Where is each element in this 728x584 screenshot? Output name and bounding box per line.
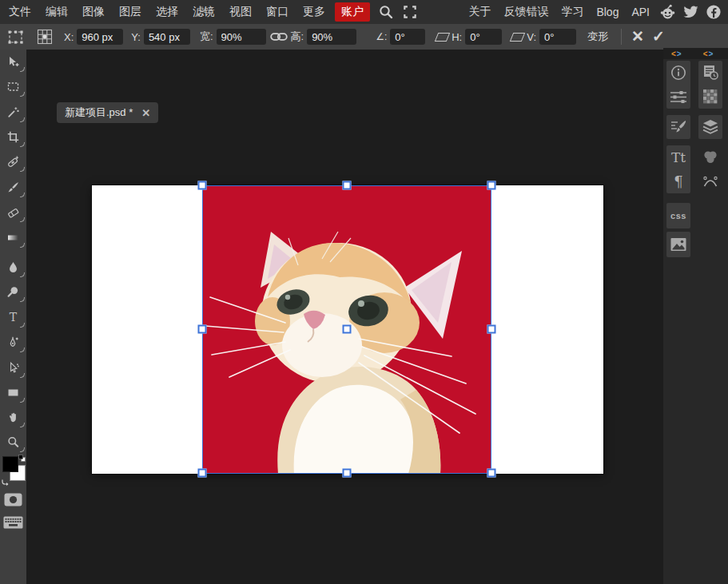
subtool-mark	[20, 272, 25, 277]
transform-handle-bottom-left[interactable]	[198, 469, 207, 478]
swap-colors-icon[interactable]	[1, 479, 9, 487]
default-colors-icon[interactable]	[18, 455, 26, 462]
menu-right-group: 关于 反馈错误 学习 Blog API	[462, 4, 728, 20]
svg-text:T: T	[10, 312, 18, 324]
menu-edit[interactable]: 编辑	[38, 5, 75, 19]
adjustments-panel-icon[interactable]	[666, 85, 690, 109]
link-api[interactable]: API	[625, 6, 656, 18]
keyboard-icon[interactable]	[0, 511, 26, 534]
character-panel-icon[interactable]: Tt	[666, 145, 690, 169]
tool-brush[interactable]	[0, 175, 26, 199]
panel-collapse-strip: <> <>	[663, 48, 728, 59]
document-tab[interactable]: 新建项目.psd * ✕	[57, 102, 158, 123]
link-blog[interactable]: Blog	[590, 6, 625, 18]
transform-handle-top-left[interactable]	[198, 181, 207, 190]
skew-v-input[interactable]	[539, 29, 576, 45]
transform-handle-middle-right[interactable]	[487, 325, 496, 334]
menu-filter[interactable]: 滤镜	[185, 5, 222, 19]
transform-handle-center[interactable]	[343, 325, 352, 334]
menu-view[interactable]: 视图	[222, 5, 259, 19]
width-input[interactable]	[217, 29, 266, 45]
camera-icon[interactable]	[0, 487, 26, 511]
subtool-mark	[20, 447, 25, 452]
transform-handle-middle-left[interactable]	[198, 325, 207, 334]
skew-v-label: V:	[527, 31, 536, 43]
confirm-transform-button[interactable]: ✓	[652, 29, 665, 45]
tool-magic-wand[interactable]	[0, 100, 26, 124]
tool-eraser[interactable]	[0, 200, 26, 224]
tool-blur[interactable]	[0, 255, 26, 279]
skew-h-input[interactable]	[465, 29, 502, 45]
transform-handle-top-center[interactable]	[343, 181, 352, 190]
brush-settings-panel-icon[interactable]	[666, 115, 690, 139]
panel-group: css	[666, 203, 690, 228]
tab-close-icon[interactable]: ✕	[141, 107, 150, 119]
transform-options-bar: X: Y: 宽: 高: ∠: H: V: 变形 ✕ ✓	[0, 24, 728, 50]
warp-button[interactable]: 变形	[587, 30, 608, 44]
link-report-bug[interactable]: 反馈错误	[497, 5, 555, 19]
tool-zoom[interactable]	[0, 430, 26, 454]
layers-panel-icon[interactable]	[698, 115, 722, 139]
cancel-transform-button[interactable]: ✕	[631, 29, 644, 45]
height-label: 高:	[291, 30, 304, 44]
paragraph-panel-icon[interactable]: ¶	[666, 169, 690, 193]
fullscreen-icon[interactable]	[404, 6, 416, 18]
tool-rectangle-select[interactable]	[0, 74, 26, 98]
menu-layer[interactable]: 图层	[112, 5, 149, 19]
reddit-icon[interactable]	[659, 4, 676, 20]
twitter-icon[interactable]	[682, 4, 699, 20]
collapse-left-icon[interactable]: <>	[671, 50, 682, 58]
info-panel-icon[interactable]	[666, 61, 690, 85]
search-icon[interactable]	[379, 5, 393, 19]
y-input[interactable]	[144, 29, 190, 45]
tool-hand[interactable]	[0, 405, 26, 429]
menu-window[interactable]: 窗口	[259, 5, 296, 19]
link-dimensions-icon[interactable]	[270, 30, 288, 43]
tool-type[interactable]: T	[0, 305, 26, 329]
subtool-mark	[20, 167, 25, 172]
account-button[interactable]: 账户	[335, 2, 370, 22]
link-learn[interactable]: 学习	[555, 5, 590, 19]
menu-more[interactable]: 更多	[296, 5, 332, 19]
menu-file[interactable]: 文件	[0, 5, 38, 19]
transform-handle-bottom-center[interactable]	[343, 469, 352, 478]
transform-handle-bottom-right[interactable]	[487, 469, 496, 478]
tool-gradient[interactable]	[0, 225, 26, 249]
menu-image[interactable]: 图像	[75, 5, 112, 19]
tool-rectangle[interactable]	[0, 380, 26, 404]
color-panel-icon[interactable]	[698, 145, 722, 169]
photopea-app: 文件 编辑 图像 图层 选择 滤镜 视图 窗口 更多 账户 关于 反馈错误 学习…	[0, 0, 728, 584]
panel-group	[666, 232, 690, 257]
subtool-mark	[20, 193, 25, 197]
image-panel-icon[interactable]	[670, 236, 687, 252]
collapse-right-icon[interactable]: <>	[703, 50, 714, 58]
tool-crop[interactable]	[0, 125, 26, 149]
tool-dodge[interactable]	[0, 280, 26, 304]
foreground-color-swatch[interactable]	[2, 456, 18, 472]
height-input[interactable]	[307, 29, 356, 45]
tool-pen[interactable]	[0, 330, 26, 354]
smooth-curve-panel-icon[interactable]	[698, 169, 722, 193]
subtool-mark	[20, 373, 25, 378]
subtool-mark	[20, 348, 25, 352]
transform-handle-top-right[interactable]	[487, 181, 496, 190]
angle-input[interactable]	[390, 29, 425, 45]
menu-select[interactable]: 选择	[149, 5, 185, 19]
canvas-area[interactable]: 新建项目.psd * ✕	[26, 50, 663, 584]
angle-label: ∠:	[376, 31, 387, 42]
subtool-mark	[20, 217, 25, 222]
swatches-panel-icon[interactable]	[698, 85, 722, 109]
color-swatches	[0, 454, 26, 489]
tool-move[interactable]	[0, 50, 26, 73]
reference-point-icon[interactable]	[36, 29, 54, 45]
x-input[interactable]	[77, 29, 123, 45]
history-panel-icon[interactable]	[698, 61, 722, 85]
facebook-icon[interactable]	[706, 4, 722, 20]
document-canvas[interactable]	[92, 185, 603, 474]
x-label: X:	[64, 31, 74, 43]
link-about[interactable]: 关于	[462, 5, 497, 19]
tool-direct-select[interactable]	[0, 356, 26, 379]
subtool-mark	[20, 92, 25, 97]
tool-spot-heal[interactable]	[0, 149, 26, 173]
css-panel-icon[interactable]: css	[670, 211, 686, 220]
